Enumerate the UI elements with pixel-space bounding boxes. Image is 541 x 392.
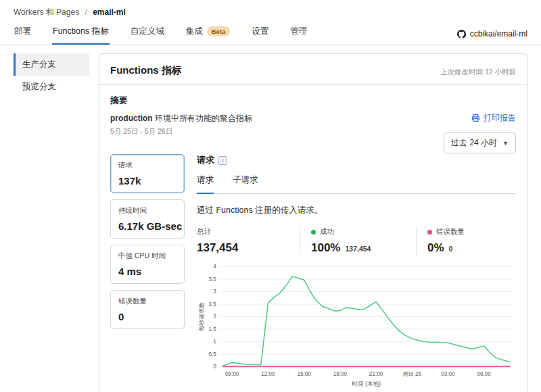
svg-text:每秒请求数: 每秒请求数 xyxy=(198,302,205,332)
panel-description: 通过 Functions 注册的传入请求。 xyxy=(197,205,516,216)
breadcrumb: Workers 和 Pages / email-ml xyxy=(0,0,541,18)
chevron-down-icon: ▼ xyxy=(502,140,509,147)
metric-card-duration[interactable]: 持续时间 6.17k GB-sec xyxy=(110,199,185,239)
breadcrumb-separator: / xyxy=(85,7,87,17)
repo-name: ccbikai/email-ml xyxy=(470,29,527,39)
stat-errors: 错误数量 0% 0 xyxy=(416,227,477,255)
svg-text:2.5: 2.5 xyxy=(208,301,216,308)
svg-text:18:00: 18:00 xyxy=(333,371,348,377)
metric-card-errors[interactable]: 错误数量 0 xyxy=(110,290,185,329)
breadcrumb-parent-link[interactable]: Workers 和 Pages xyxy=(14,7,79,17)
metrics-section: 请求 137k 持续时间 6.17k GB-sec 中值 CPU 时间 4 ms xyxy=(110,154,516,390)
svg-text:3: 3 xyxy=(213,289,216,295)
branch-sidebar: 生产分支 预览分支 xyxy=(14,53,89,98)
panel-heading: 请求 i xyxy=(197,154,516,166)
svg-text:周日 26: 周日 26 xyxy=(402,371,421,377)
svg-text:4: 4 xyxy=(213,264,216,270)
card-header: Functions 指标 上次修改时间 12 小时前 xyxy=(99,54,527,85)
environment-name: production xyxy=(110,114,153,123)
panel-tab-requests[interactable]: 请求 xyxy=(197,174,214,194)
stat-total: 总计 137,454 xyxy=(197,227,300,255)
line-chart-svg: 00.511.522.533.5409:0012:0015:0018:0021:… xyxy=(197,260,516,390)
tab-settings[interactable]: 设置 xyxy=(251,23,269,45)
svg-text:1.5: 1.5 xyxy=(208,326,216,333)
svg-text:1: 1 xyxy=(213,339,216,345)
sidebar-item-production-branch[interactable]: 生产分支 xyxy=(14,53,89,76)
info-icon[interactable]: i xyxy=(218,156,227,165)
svg-text:03:00: 03:00 xyxy=(441,371,455,377)
svg-text:15:00: 15:00 xyxy=(297,371,311,377)
svg-text:3.5: 3.5 xyxy=(208,276,216,283)
error-dot-icon xyxy=(427,230,432,235)
tab-manage[interactable]: 管理 xyxy=(289,23,308,45)
page-title: Functions 指标 xyxy=(110,64,182,77)
print-report-link[interactable]: 打印报告 xyxy=(471,112,516,124)
github-icon xyxy=(457,30,466,39)
last-modified-text: 上次修改时间 12 小时前 xyxy=(440,68,516,77)
printer-icon xyxy=(471,114,480,122)
svg-text:2: 2 xyxy=(213,314,216,320)
report-controls: 打印报告 过去 24 小时 ▼ xyxy=(444,112,516,153)
stat-success: 成功 100% 137,454 xyxy=(300,227,416,255)
panel-tabs: 请求 子请求 xyxy=(197,174,516,194)
breadcrumb-current: email-ml xyxy=(93,7,126,17)
svg-text:0: 0 xyxy=(213,364,216,370)
success-dot-icon xyxy=(311,230,316,235)
card-body: 摘要 production 环境中所有功能的聚合指标 5月 25日 - 5月 2… xyxy=(99,85,527,392)
stats-row: 总计 137,454 成功 xyxy=(197,227,516,255)
tab-deployments[interactable]: 部署 xyxy=(14,23,32,45)
metrics-card: Functions 指标 上次修改时间 12 小时前 摘要 production… xyxy=(99,53,527,392)
svg-text:0.5: 0.5 xyxy=(208,351,216,358)
svg-text:21:00: 21:00 xyxy=(369,371,383,377)
svg-text:12:00: 12:00 xyxy=(261,371,275,377)
tab-custom-domains[interactable]: 自定义域 xyxy=(130,23,165,45)
requests-chart: 00.511.522.533.5409:0012:0015:0018:0021:… xyxy=(197,260,516,390)
metric-card-list: 请求 137k 持续时间 6.17k GB-sec 中值 CPU 时间 4 ms xyxy=(110,154,185,329)
top-tabs: 部署 Functions 指标 自定义域 集成 Beta 设置 管理 xyxy=(14,23,308,45)
panel-tab-subrequests[interactable]: 子请求 xyxy=(233,174,258,194)
tab-functions-metrics[interactable]: Functions 指标 xyxy=(52,23,110,45)
github-repo-link[interactable]: ccbikai/email-ml xyxy=(457,29,527,45)
sidebar-item-preview-branch[interactable]: 预览分支 xyxy=(14,76,89,98)
time-range-dropdown[interactable]: 过去 24 小时 ▼ xyxy=(444,132,516,153)
top-tab-bar: 部署 Functions 指标 自定义域 集成 Beta 设置 管理 ccbik… xyxy=(0,23,541,45)
metric-card-requests[interactable]: 请求 137k xyxy=(110,154,185,193)
svg-text:时间 (本地): 时间 (本地) xyxy=(352,381,381,387)
requests-panel: 请求 i 请求 子请求 通过 Functions 注册的传入请求。 总计 xyxy=(197,154,516,390)
beta-badge: Beta xyxy=(207,26,231,36)
page: Workers 和 Pages / email-ml 部署 Functions … xyxy=(0,0,541,392)
tab-integrations[interactable]: 集成 Beta xyxy=(185,23,231,45)
content: 生产分支 预览分支 Functions 指标 上次修改时间 12 小时前 摘要 … xyxy=(0,45,541,392)
summary-heading: 摘要 xyxy=(110,95,516,107)
metric-card-median-cpu[interactable]: 中值 CPU 时间 4 ms xyxy=(110,245,185,284)
svg-text:06:00: 06:00 xyxy=(477,371,491,377)
svg-text:09:00: 09:00 xyxy=(225,371,239,377)
